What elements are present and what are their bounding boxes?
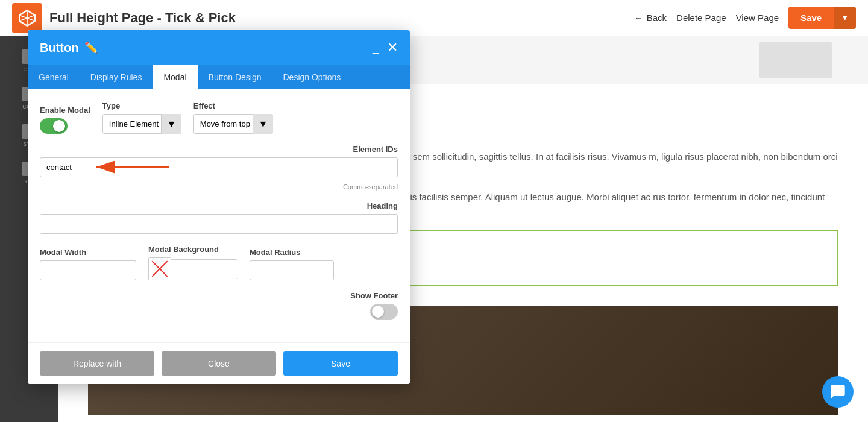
modal-radius-input[interactable] <box>250 260 334 280</box>
modal-header-actions: _ ✕ <box>373 40 398 55</box>
enable-modal-toggle[interactable] <box>40 118 68 134</box>
tab-design-options[interactable]: Design Options <box>272 65 352 89</box>
minimize-button[interactable]: _ <box>373 42 379 54</box>
type-group: Type Inline Element Page URL ▼ <box>102 101 181 134</box>
modal-dialog: Button ✏️ _ ✕ General Display Rules Moda… <box>28 30 410 384</box>
type-select[interactable]: Inline Element Page URL <box>102 114 181 134</box>
logo <box>12 3 42 33</box>
enable-modal-group: Enable Modal <box>40 106 90 134</box>
color-swatch-inner <box>149 258 171 280</box>
modal-background-group: Modal Background <box>148 245 237 280</box>
page-title: Full Height Page - Tick & Pick <box>49 10 236 26</box>
back-label: Back <box>647 13 667 23</box>
modal-title: Button ✏️ <box>40 41 98 55</box>
footer-close-button[interactable]: Close <box>162 351 276 376</box>
back-arrow-icon: ← <box>634 13 643 23</box>
heading-label: Heading <box>367 201 398 210</box>
effect-group: Effect Move from top Fade Slide Zoom ▼ <box>193 101 273 134</box>
modal-background-label: Modal Background <box>148 245 237 254</box>
form-row-show-footer: Show Footer <box>40 291 398 320</box>
effect-select[interactable]: Move from top Fade Slide Zoom <box>193 114 273 134</box>
top-bar-left: Full Height Page - Tick & Pick <box>12 3 236 33</box>
modal-radius-label: Modal Radius <box>250 248 334 257</box>
view-page-button[interactable]: View Page <box>736 13 779 23</box>
effect-label: Effect <box>193 101 273 110</box>
form-row-element-ids: Element IDs Comma-separated <box>40 145 398 191</box>
modal-background-input[interactable] <box>171 259 237 279</box>
tab-display-rules[interactable]: Display Rules <box>80 65 153 89</box>
color-no-color-icon <box>149 258 171 280</box>
save-caret-button[interactable]: ▼ <box>834 7 856 29</box>
show-footer-toggle-container <box>370 304 398 320</box>
modal-title-text: Button <box>40 41 78 55</box>
element-ids-label: Element IDs <box>353 145 398 154</box>
enable-modal-label: Enable Modal <box>40 106 90 115</box>
modal-body: Enable Modal Type Inline Element Page UR… <box>28 89 410 342</box>
element-ids-input[interactable] <box>40 157 398 177</box>
modal-width-input[interactable] <box>40 260 136 280</box>
show-footer-label: Show Footer <box>350 291 398 300</box>
replace-with-button[interactable]: Replace with <box>40 351 154 376</box>
form-row-modal-props: Modal Width Modal Background Modal Radiu… <box>40 245 398 280</box>
heading-input[interactable] <box>40 214 398 234</box>
chat-bubble[interactable] <box>822 376 854 408</box>
toggle-container <box>40 118 90 134</box>
tab-general[interactable]: General <box>28 65 80 89</box>
modal-header: Button ✏️ _ ✕ <box>28 30 410 65</box>
save-button[interactable]: Save <box>788 7 834 29</box>
edit-icon: ✏️ <box>84 41 98 54</box>
form-row-1: Enable Modal Type Inline Element Page UR… <box>40 101 398 134</box>
modal-background-swatch[interactable] <box>148 257 171 280</box>
close-button[interactable]: ✕ <box>387 40 398 55</box>
modal-width-label: Modal Width <box>40 248 136 257</box>
delete-page-button[interactable]: Delete Page <box>676 13 726 23</box>
top-bar-right: ← Back Delete Page View Page Save ▼ <box>634 7 856 29</box>
save-group: Save ▼ <box>788 7 856 29</box>
type-label: Type <box>102 101 181 110</box>
element-ids-hint: Comma-separated <box>343 183 398 191</box>
form-row-heading: Heading <box>40 201 398 234</box>
type-select-wrapper: Inline Element Page URL ▼ <box>102 114 181 134</box>
modal-tabs: General Display Rules Modal Button Desig… <box>28 65 410 89</box>
effect-select-wrapper: Move from top Fade Slide Zoom ▼ <box>193 114 273 134</box>
footer-save-button[interactable]: Save <box>283 351 398 376</box>
back-button[interactable]: ← Back <box>634 13 667 23</box>
modal-footer: Replace with Close Save <box>28 342 410 384</box>
modal-width-group: Modal Width <box>40 248 136 280</box>
tab-modal[interactable]: Modal <box>153 65 197 89</box>
modal-radius-group: Modal Radius <box>250 248 334 280</box>
modal-background-input-group <box>148 257 237 280</box>
tab-button-design[interactable]: Button Design <box>198 65 272 89</box>
show-footer-toggle[interactable] <box>370 304 398 320</box>
